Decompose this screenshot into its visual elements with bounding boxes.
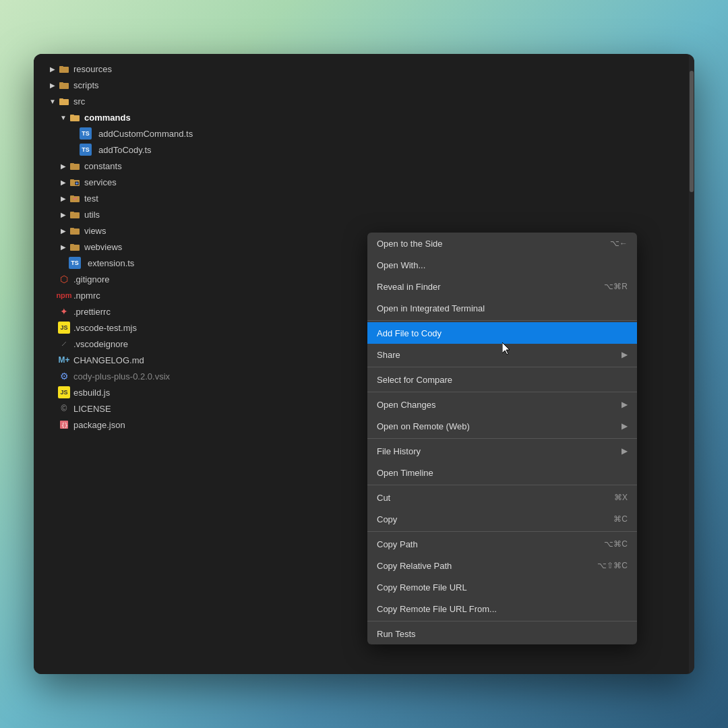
- spacer: [58, 257, 69, 268]
- tree-item-gitignore[interactable]: ⬡ .gitignore: [34, 271, 357, 287]
- menu-item-open-with[interactable]: Open With...: [367, 254, 637, 276]
- typescript-file-icon: TS: [69, 257, 81, 269]
- menu-item-copy-rel-path[interactable]: Copy Relative Path ⌥⇧⌘C: [367, 555, 637, 576]
- spacer: [47, 322, 58, 333]
- scrollbar-track[interactable]: [689, 54, 694, 674]
- menu-item-add-file-cody[interactable]: Add File to Cody: [367, 322, 637, 344]
- tree-item-scripts[interactable]: ▶ scripts: [34, 77, 357, 93]
- menu-item-label: Cut: [377, 493, 601, 503]
- menu-item-label: Copy Remote File URL From...: [377, 604, 628, 614]
- svg-rect-0: [59, 67, 69, 73]
- spacer: [47, 387, 58, 398]
- menu-item-open-side[interactable]: Open to the Side ⌥←: [367, 233, 637, 254]
- tree-item-webviews[interactable]: ▶ webviews: [34, 239, 357, 255]
- tree-item-label: src: [73, 96, 85, 107]
- tree-item-cody-vsix[interactable]: ⚙ cody-plus-plus-0.2.0.vsix: [34, 368, 357, 384]
- tree-item-commands[interactable]: ▼ commands: [34, 109, 357, 125]
- svg-rect-19: [70, 228, 74, 229]
- folder-icon: [69, 208, 81, 220]
- context-menu: Open to the Side ⌥← Open With... Reveal …: [367, 233, 637, 644]
- tree-item-changelog[interactable]: M+ CHANGELOG.md: [34, 352, 357, 368]
- tree-item-label: extension.ts: [88, 258, 134, 268]
- tree-item-prettierrc[interactable]: ✦ .prettierrc: [34, 303, 357, 320]
- tree-item-vscode-test[interactable]: JS .vscode-test.mjs: [34, 320, 357, 336]
- chevron-right-icon: ▶: [47, 63, 58, 74]
- tree-item-extension-ts[interactable]: TS extension.ts: [34, 255, 357, 271]
- menu-item-label: Open With...: [377, 260, 628, 270]
- tree-item-label: cody-plus-plus-0.2.0.vsix: [73, 371, 170, 382]
- tree-item-services[interactable]: ▶ services: [34, 174, 357, 190]
- js-file-icon: JS: [58, 322, 70, 334]
- tree-item-npmrc[interactable]: npm .npmrc: [34, 287, 357, 303]
- folder-open-icon: [69, 111, 81, 123]
- menu-item-label: Open Timeline: [377, 468, 628, 478]
- tree-item-add-to-cody[interactable]: TS addToCody.ts: [34, 142, 357, 158]
- tree-item-label: utils: [84, 210, 100, 220]
- menu-item-shortcut: ⌥⇧⌘C: [597, 561, 628, 570]
- menu-item-share[interactable]: Share ▶: [367, 344, 637, 365]
- submenu-arrow-icon: ▶: [621, 446, 628, 456]
- menu-separator: [367, 485, 637, 485]
- tree-item-resources[interactable]: ▶ resources: [34, 61, 357, 77]
- menu-separator: [367, 438, 637, 439]
- spacer: [47, 419, 58, 430]
- license-icon: ©: [58, 402, 70, 415]
- svg-rect-4: [59, 99, 69, 105]
- svg-rect-8: [70, 164, 80, 170]
- tree-item-label: .npmrc: [73, 291, 100, 301]
- menu-item-open-remote[interactable]: Open on Remote (Web) ▶: [367, 415, 637, 437]
- tree-item-label: esbuild.js: [73, 388, 110, 398]
- menu-item-copy[interactable]: Copy ⌘C: [367, 508, 637, 530]
- menu-item-select-compare[interactable]: Select for Compare: [367, 369, 637, 390]
- tree-item-test[interactable]: ▶ test: [34, 190, 357, 206]
- folder-icon: [69, 241, 81, 253]
- tree-item-label: .vscode-test.mjs: [73, 323, 137, 333]
- menu-item-open-changes[interactable]: Open Changes ▶: [367, 394, 637, 415]
- tree-item-package-json[interactable]: {} package.json: [34, 417, 357, 433]
- chevron-right-icon: ▶: [58, 241, 69, 252]
- menu-item-cut[interactable]: Cut ⌘X: [367, 487, 637, 508]
- tree-item-label: commands: [84, 113, 131, 123]
- menu-item-open-timeline[interactable]: Open Timeline: [367, 462, 637, 483]
- chevron-down-icon: ▼: [47, 96, 58, 107]
- menu-item-run-tests[interactable]: Run Tests: [367, 623, 637, 644]
- spacer: [47, 355, 58, 365]
- menu-separator: [367, 392, 637, 392]
- svg-rect-9: [70, 163, 74, 164]
- menu-item-label: Open to the Side: [377, 239, 597, 249]
- svg-rect-21: [70, 244, 74, 245]
- menu-item-file-history[interactable]: File History ▶: [367, 440, 637, 462]
- menu-item-label: Copy Remote File URL: [377, 582, 628, 593]
- scrollbar-thumb[interactable]: [690, 71, 694, 192]
- tree-item-vscodeignore[interactable]: ⟋ .vscodeignore: [34, 336, 357, 352]
- menu-item-reveal-finder[interactable]: Reveal in Finder ⌥⌘R: [367, 276, 637, 297]
- menu-item-copy-remote-url-from[interactable]: Copy Remote File URL From...: [367, 598, 637, 619]
- tree-item-license[interactable]: © LICENSE: [34, 400, 357, 417]
- tree-item-views[interactable]: ▶ views: [34, 222, 357, 239]
- typescript-file-icon: TS: [80, 144, 92, 156]
- menu-item-copy-path[interactable]: Copy Path ⌥⌘C: [367, 533, 637, 555]
- tree-item-label: scripts: [73, 80, 99, 90]
- tree-item-src[interactable]: ▼ src: [34, 93, 357, 109]
- menu-separator: [367, 320, 637, 321]
- tree-item-constants[interactable]: ▶ constants: [34, 158, 357, 174]
- file-explorer-sidebar: ▶ resources ▶ scripts ▼ src ▼: [34, 54, 357, 674]
- folder-gear-icon: [69, 176, 81, 188]
- menu-item-shortcut: ⌥⌘R: [604, 282, 628, 291]
- folder-open-icon: [58, 95, 70, 107]
- menu-item-label: Reveal in Finder: [377, 282, 590, 292]
- chevron-right-icon: ▶: [58, 209, 69, 220]
- menu-item-label: Share: [377, 350, 621, 360]
- submenu-arrow-icon: ▶: [621, 350, 628, 359]
- menu-item-open-terminal[interactable]: Open in Integrated Terminal: [367, 297, 637, 319]
- tree-item-label: addToCody.ts: [98, 145, 152, 155]
- menu-item-shortcut: ⌥←: [610, 239, 628, 248]
- menu-item-copy-remote-url[interactable]: Copy Remote File URL: [367, 576, 637, 598]
- chevron-right-icon: ▶: [58, 193, 69, 204]
- spacer: [47, 338, 58, 349]
- svg-point-13: [76, 183, 78, 185]
- tree-item-esbuild[interactable]: JS esbuild.js: [34, 384, 357, 400]
- tree-item-add-custom-command[interactable]: TS addCustomCommand.ts: [34, 125, 357, 142]
- tree-item-utils[interactable]: ▶ utils: [34, 206, 357, 222]
- chevron-right-icon: ▶: [58, 225, 69, 236]
